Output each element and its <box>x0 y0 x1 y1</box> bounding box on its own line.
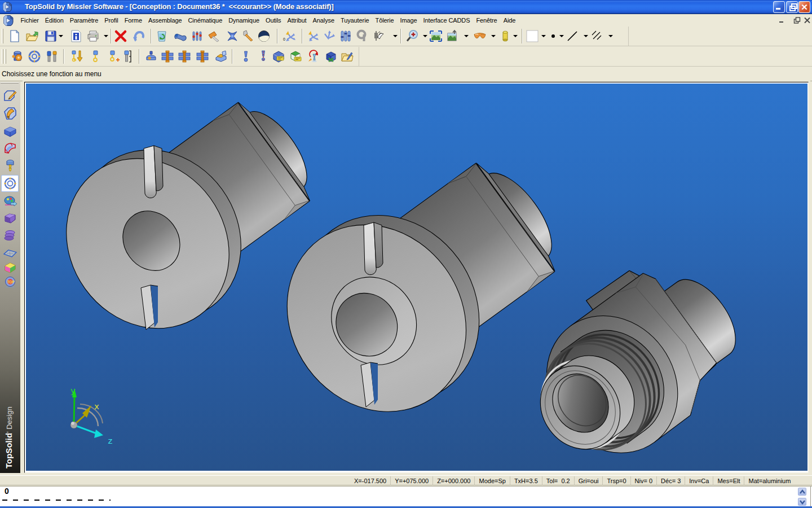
svg-text:0: 0 <box>283 37 285 41</box>
svg-text:TOP: TOP <box>7 280 15 284</box>
svg-text:y: y <box>70 387 76 396</box>
svg-text:x: x <box>94 402 99 412</box>
svg-text:z: z <box>108 437 113 446</box>
